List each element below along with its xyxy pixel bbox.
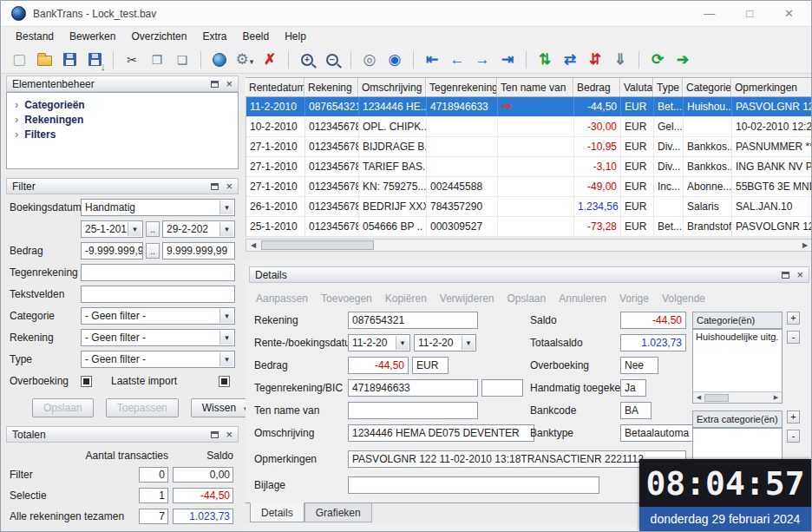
column-header[interactable]: Bedrag: [573, 78, 620, 96]
sort-icon[interactable]: ⇓: [609, 49, 632, 71]
scroll-right-icon[interactable]: ▶: [770, 394, 782, 401]
bijlage-field[interactable]: [348, 476, 599, 494]
record-icon[interactable]: ◉: [383, 49, 406, 71]
close-button[interactable]: ✕: [784, 7, 794, 20]
sync-down-icon[interactable]: ⇅: [534, 49, 556, 71]
float-panel-icon[interactable]: [211, 431, 219, 438]
table-horizontal-scrollbar[interactable]: ◀ ▶: [246, 239, 812, 252]
bedrag-field[interactable]: -44,50: [348, 357, 409, 374]
stop-icon[interactable]: ◎: [358, 49, 381, 71]
bedrag-range-button[interactable]: ..: [146, 243, 160, 259]
copy-icon[interactable]: ❐: [146, 49, 168, 71]
column-header[interactable]: Ten name van: [497, 78, 573, 96]
bedrag-min-input[interactable]: -9.999.999,9: [81, 242, 143, 259]
boekingsdatum-select[interactable]: Handmatig: [81, 199, 235, 216]
zoom-in-icon[interactable]: +: [296, 49, 318, 71]
column-header[interactable]: Rentedatum: [246, 78, 304, 96]
float-panel-icon[interactable]: [211, 81, 219, 88]
table-row[interactable]: 27-1-2010 012345678 BIJDRAGE B... -10,95…: [246, 137, 812, 157]
opslaan-button[interactable]: Opslaan: [32, 398, 94, 417]
remove-categorie-button[interactable]: -: [787, 331, 800, 344]
paste-icon[interactable]: ❏: [171, 49, 193, 71]
close-panel-icon[interactable]: ×: [796, 271, 803, 279]
overboeking-field[interactable]: Nee: [620, 357, 658, 374]
date-to-select[interactable]: 29-2-202: [162, 220, 235, 238]
column-header[interactable]: Omschrijving: [358, 78, 426, 96]
aanpassen-action[interactable]: Aanpassen: [256, 292, 308, 305]
forward-icon[interactable]: ➔: [671, 49, 694, 71]
valuta-field[interactable]: EUR: [412, 357, 449, 374]
type-select[interactable]: - Geen filter -: [81, 351, 235, 368]
menu-bewerken[interactable]: Bewerken: [62, 29, 123, 44]
import-icon[interactable]: [83, 49, 106, 71]
date-from-select[interactable]: 25-1-201: [81, 220, 143, 238]
nav-first-icon[interactable]: ⇤: [421, 49, 443, 71]
sync-remove-icon[interactable]: ⇵: [584, 49, 606, 71]
handmatig-field[interactable]: Ja: [620, 379, 646, 397]
column-header[interactable]: Rekening: [304, 78, 358, 96]
bedrag-max-input[interactable]: 9.999.999,99: [162, 242, 235, 259]
table-row[interactable]: 27-1-2010 012345678 KN: 759275... 002445…: [246, 177, 812, 197]
close-panel-icon[interactable]: ×: [226, 80, 232, 89]
verwijderen-action[interactable]: Verwijderen: [440, 292, 494, 305]
scrollbar-thumb[interactable]: [704, 394, 729, 402]
tree-expand-icon[interactable]: ›: [15, 113, 18, 126]
scroll-left-icon[interactable]: ◀: [246, 240, 260, 251]
annuleren-action[interactable]: Annuleren: [559, 292, 606, 305]
float-panel-icon[interactable]: [211, 183, 219, 190]
boekingsdatum-select[interactable]: 11-2-20: [414, 334, 476, 351]
tab-grafieken[interactable]: Grafieken: [304, 503, 372, 522]
column-header[interactable]: Categorie: [683, 78, 731, 96]
nav-prev-icon[interactable]: ←: [446, 49, 468, 71]
table-row[interactable]: 25-1-2010 012345678 054666 BP .. 0003095…: [246, 217, 812, 237]
rekening-select[interactable]: - Geen filter -: [81, 329, 235, 346]
banktype-field[interactable]: Betaalautoma: [620, 424, 700, 442]
toevoegen-action[interactable]: Toevoegen: [321, 292, 372, 305]
volgende-action[interactable]: Volgende: [662, 292, 705, 305]
new-icon[interactable]: ▢: [8, 49, 30, 71]
delete-icon[interactable]: ✗: [259, 49, 281, 71]
categorieen-scrollbar[interactable]: ◀ ▶: [693, 391, 782, 403]
scroll-left-icon[interactable]: ◀: [693, 394, 704, 401]
add-categorie-button[interactable]: +: [787, 312, 800, 325]
tegenrekening-input[interactable]: [81, 264, 235, 281]
menu-overzichten[interactable]: Overzichten: [123, 29, 194, 44]
opmerkingen-field[interactable]: PASVOLGNR 122 11-02-2010 13:18TRANSACTIE…: [348, 450, 686, 468]
column-header[interactable]: Valuta: [620, 78, 653, 96]
laatste-import-checkbox[interactable]: [219, 376, 230, 387]
menu-help[interactable]: Help: [277, 29, 314, 44]
tools-icon[interactable]: ⚙: [233, 49, 256, 71]
refresh-icon[interactable]: ⟳: [646, 49, 669, 71]
tree-expand-icon[interactable]: ›: [15, 128, 18, 141]
tree-expand-icon[interactable]: ›: [15, 98, 18, 111]
close-panel-icon[interactable]: ×: [226, 182, 232, 191]
vorige-action[interactable]: Vorige: [619, 292, 649, 305]
categorieen-listbox[interactable]: Huishoudelijke uitg. ◀ ▶: [692, 329, 783, 404]
bankcode-field[interactable]: BA: [620, 402, 652, 419]
categorie-select[interactable]: - Geen filter -: [81, 307, 235, 325]
nav-next-icon[interactable]: →: [471, 49, 494, 71]
save-icon[interactable]: [58, 49, 81, 71]
table-row[interactable]: 11-2-2010 087654321 1234446 HE... 471894…: [246, 97, 812, 117]
tree-item-filters[interactable]: › Filters: [7, 127, 238, 141]
kopieren-action[interactable]: Kopiëren: [385, 292, 427, 305]
menu-bestand[interactable]: Bestand: [8, 29, 62, 44]
menu-extra[interactable]: Extra: [194, 29, 234, 44]
sync-swap-icon[interactable]: ⇄: [559, 49, 581, 71]
toepassen-button[interactable]: Toepassen: [106, 398, 179, 417]
maximize-button[interactable]: □: [746, 7, 753, 20]
omschrijving-field[interactable]: 1234446 HEMA DE075 DEVENTER: [348, 424, 534, 442]
web-icon[interactable]: [208, 49, 231, 71]
tree-item-categorieen[interactable]: › Categorieën: [7, 97, 238, 112]
tegenrekening-field[interactable]: 4718946633: [348, 379, 478, 397]
nav-last-icon[interactable]: ⇥: [496, 49, 519, 71]
table-row[interactable]: 27-1-2010 012345678 TARIEF BAS... -3,10 …: [246, 157, 812, 177]
table-row[interactable]: 10-2-2010 012345678 OPL. CHIPK.. -30,00 …: [246, 117, 812, 137]
float-panel-icon[interactable]: [782, 272, 789, 279]
open-icon[interactable]: [33, 49, 56, 71]
categorie-item[interactable]: Huishoudelijke uitg.: [693, 330, 782, 344]
tree-item-rekeningen[interactable]: › Rekeningen: [7, 112, 238, 127]
bic-field[interactable]: [481, 379, 523, 397]
menu-beeld[interactable]: Beeld: [234, 29, 277, 44]
minimize-button[interactable]: —: [704, 7, 715, 20]
